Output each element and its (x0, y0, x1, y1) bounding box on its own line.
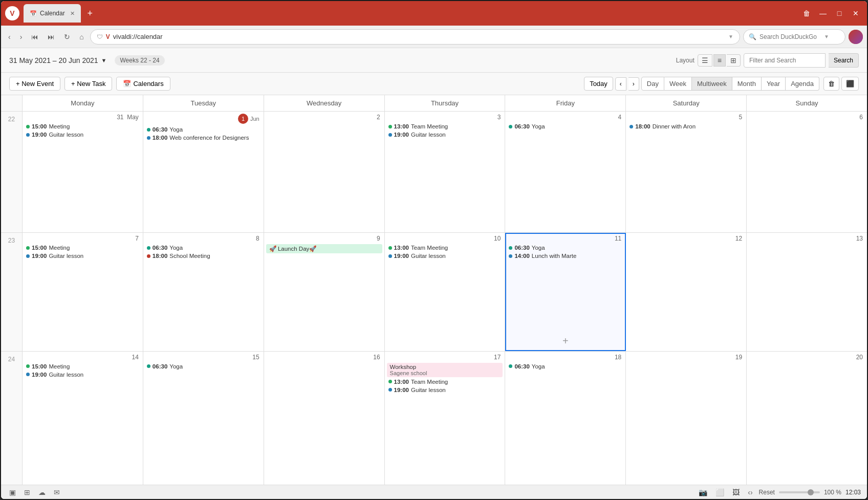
event-webconf-jun1[interactable]: 18:00 Web conference for Designers (145, 134, 262, 141)
layout-grid-btn[interactable]: ⊞ (727, 54, 741, 67)
view-week-button[interactable]: Week (664, 77, 692, 91)
event-guitar-jun17[interactable]: 19:00 Guitar lesson (387, 386, 503, 394)
skip-forward-button[interactable]: ⏭ (45, 31, 58, 43)
address-dropdown[interactable]: ▼ (728, 34, 733, 39)
event-dot (147, 246, 150, 250)
date-range[interactable]: 31 May 2021 – 20 Jun 2021 ▼ (9, 56, 106, 64)
day-cell-may31[interactable]: 31 May 15:00 Meeting 19:00 Guitar lesson (23, 112, 143, 232)
view-month-button[interactable]: Month (732, 77, 762, 91)
day-cell-jun15[interactable]: 15 06:30 Yoga (143, 352, 264, 485)
launch-day-banner[interactable]: 🚀 Launch Day🚀 (266, 244, 382, 253)
calendar-tab[interactable]: 📅 Calendar ✕ (24, 4, 81, 23)
delete-event-button[interactable]: 🗑 (823, 77, 839, 91)
reset-label[interactable]: Reset (759, 489, 775, 496)
day-cell-jun8[interactable]: 8 06:30 Yoga 18:00 School Meeting (143, 233, 264, 351)
panel-icon[interactable]: ⊞ (22, 487, 32, 497)
day-cell-jun7[interactable]: 7 15:00 Meeting 19:00 Guitar lesson (23, 233, 143, 351)
event-yoga-jun18[interactable]: 06:30 Yoga (507, 363, 623, 370)
camera-button[interactable]: ⬛ (841, 77, 859, 91)
event-meeting-jun14[interactable]: 15:00 Meeting (25, 363, 141, 370)
new-task-button[interactable]: + New Task (64, 77, 112, 91)
event-school-jun8[interactable]: 18:00 School Meeting (145, 252, 262, 259)
event-teammeeting-jun10[interactable]: 13:00 Team Meeting (387, 244, 503, 251)
event-yoga-jun1[interactable]: 06:30 Yoga (145, 126, 262, 133)
event-teammeeting-jun17[interactable]: 13:00 Team Meeting (387, 378, 503, 385)
today-button[interactable]: Today (584, 77, 613, 91)
sidebar-toggle-icon[interactable]: ▣ (7, 487, 18, 497)
day-cell-jun11[interactable]: 11 06:30 Yoga 14:00 Lunch with Marte + (505, 233, 626, 351)
event-guitar-jun14[interactable]: 19:00 Guitar lesson (25, 371, 141, 378)
next-period-button[interactable]: › (628, 77, 639, 91)
day-cell-jun3[interactable]: 3 13:00 Team Meeting 19:00 Guitar lesson (385, 112, 506, 232)
window-icon[interactable]: ⬜ (713, 487, 726, 497)
search-dropdown[interactable]: ▼ (824, 34, 829, 39)
event-meeting-jun7[interactable]: 15:00 Meeting (25, 244, 141, 251)
home-button[interactable]: ⌂ (76, 31, 86, 43)
event-yoga-jun11[interactable]: 06:30 Yoga (507, 244, 623, 251)
new-event-button[interactable]: + New Event (9, 77, 60, 91)
day-cell-jun17[interactable]: 17 Workshop Sagene school 13:00 Team Mee… (385, 352, 506, 485)
day-cell-jun9[interactable]: 9 🚀 Launch Day🚀 (264, 233, 385, 351)
day-cell-jun19[interactable]: 19 (626, 352, 747, 485)
day-cell-jun16[interactable]: 16 (264, 352, 385, 485)
reload-button[interactable]: ↻ (61, 31, 73, 43)
day-cell-jun6[interactable]: 6 (747, 112, 867, 232)
prev-period-button[interactable]: ‹ (615, 77, 626, 91)
profile-avatar[interactable] (849, 30, 863, 44)
day-cell-jun13[interactable]: 13 (747, 233, 867, 351)
event-guitar-jun10[interactable]: 19:00 Guitar lesson (387, 252, 503, 259)
new-tab-button[interactable]: + (83, 6, 97, 20)
event-lunch-jun11[interactable]: 14:00 Lunch with Marte (507, 252, 623, 259)
day-cell-jun2[interactable]: 2 (264, 112, 385, 232)
view-agenda-button[interactable]: Agenda (786, 77, 819, 91)
day-header-tuesday: Tuesday (143, 95, 264, 111)
event-teammeeting-jun3[interactable]: 13:00 Team Meeting (387, 123, 503, 130)
event-yoga-jun15[interactable]: 06:30 Yoga (145, 363, 262, 370)
address-bar[interactable]: 🛡 V vivaldi://calendar ▼ (90, 29, 740, 45)
calendars-button[interactable]: 📅 Calendars (116, 77, 170, 91)
tab-close-btn[interactable]: ✕ (70, 10, 75, 17)
address-text: vivaldi://calendar (113, 33, 725, 40)
add-event-button[interactable]: + (562, 335, 569, 347)
code-icon[interactable]: ‹› (746, 487, 754, 497)
view-day-button[interactable]: Day (641, 77, 664, 91)
filter-search-button[interactable]: Search (829, 53, 859, 68)
close-button[interactable]: ✕ (849, 6, 863, 20)
sync-icon[interactable]: ☁ (36, 487, 48, 497)
day-cell-jun20[interactable]: 20 (747, 352, 867, 485)
week-badge[interactable]: Weeks 22 - 24 (115, 55, 164, 66)
back-button[interactable]: ‹ (5, 31, 14, 43)
day-cell-jun12[interactable]: 12 (626, 233, 747, 351)
zoom-slider[interactable] (779, 491, 820, 493)
zoom-thumb[interactable] (808, 489, 814, 495)
event-guitar-may31[interactable]: 19:00 Guitar lesson (25, 131, 141, 138)
skip-back-button[interactable]: ⏮ (28, 31, 41, 43)
day-cell-jun10[interactable]: 10 13:00 Team Meeting 19:00 Guitar lesso… (385, 233, 506, 351)
mail-icon[interactable]: ✉ (52, 487, 62, 497)
day-cell-jun18[interactable]: 18 06:30 Yoga (505, 352, 626, 485)
maximize-button[interactable]: □ (832, 6, 847, 20)
event-yoga-jun4[interactable]: 06:30 Yoga (507, 123, 623, 130)
forward-button[interactable]: › (17, 31, 26, 43)
screenshot-icon[interactable]: 📷 (697, 487, 709, 497)
day-cell-jun4[interactable]: 4 06:30 Yoga (505, 112, 626, 232)
event-guitar-jun3[interactable]: 19:00 Guitar lesson (387, 131, 503, 138)
day-cell-jun14[interactable]: 14 15:00 Meeting 19:00 Guitar lesson (23, 352, 143, 485)
search-bar[interactable]: 🔍 ▼ (743, 29, 845, 45)
images-icon[interactable]: 🖼 (730, 487, 742, 497)
event-dinner-jun5[interactable]: 18:00 Dinner with Aron (628, 123, 744, 130)
event-guitar-jun7[interactable]: 19:00 Guitar lesson (25, 252, 141, 259)
view-year-button[interactable]: Year (762, 77, 786, 91)
day-cell-jun5[interactable]: 5 18:00 Dinner with Aron (626, 112, 747, 232)
day-cell-jun1[interactable]: 1 Jun 06:30 Yoga 18:00 Web conference fo… (143, 112, 264, 232)
event-meeting-may31[interactable]: 15:00 Meeting (25, 123, 141, 130)
filter-search-input[interactable] (744, 53, 826, 68)
view-multiweek-button[interactable]: Multiweek (692, 77, 732, 91)
event-yoga-jun8[interactable]: 06:30 Yoga (145, 244, 262, 251)
layout-list-btn[interactable]: ≡ (713, 54, 726, 67)
search-input[interactable] (760, 33, 821, 40)
workshop-banner[interactable]: Workshop Sagene school (387, 363, 503, 377)
minimize-button[interactable]: — (816, 6, 830, 20)
delete-button[interactable]: 🗑 (799, 6, 814, 20)
layout-compact-btn[interactable]: ☰ (698, 54, 712, 67)
